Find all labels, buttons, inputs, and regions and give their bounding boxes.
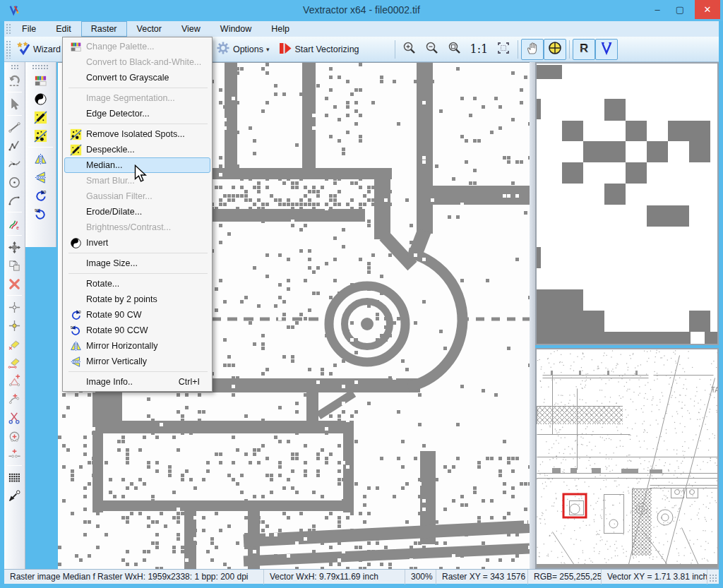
show-raster-button[interactable]: R — [573, 39, 595, 60]
svg-text:90: 90 — [70, 325, 74, 329]
menu-view[interactable]: View — [172, 21, 210, 37]
menu-item-edge-detector[interactable]: Edge Detector... — [64, 106, 210, 121]
eraser-line-button[interactable] — [4, 353, 25, 371]
title-bar[interactable]: Vextractor x64 - file0002.tif – ▢ ✕ — [0, 0, 723, 21]
delete-button[interactable] — [4, 275, 25, 293]
trace-button[interactable]: e — [4, 215, 25, 233]
menu-file[interactable]: File — [12, 21, 46, 37]
overview-panel[interactable]: TA — [535, 348, 719, 569]
spots-button[interactable] — [25, 126, 56, 145]
show-vector-button[interactable] — [595, 39, 618, 60]
menu-raster[interactable]: Raster — [81, 21, 127, 37]
zoom-in-button[interactable] — [398, 39, 421, 60]
zoom-out-button[interactable] — [421, 39, 443, 60]
node-target-button[interactable] — [4, 316, 25, 335]
menu-item-mirror-horizontally[interactable]: Mirror Horizontally — [64, 338, 210, 354]
menu-item-despeckle[interactable]: Despeckle... — [64, 142, 210, 157]
menu-item-convert-to-black-and-white[interactable]: Convert to Black-and-White... — [64, 54, 210, 70]
zoom-window-button[interactable] — [443, 39, 466, 60]
status-segment-4: RGB= 255,255,25 — [528, 570, 602, 584]
menu-item-rotate-by-2-points[interactable]: Rotate by 2 points — [64, 292, 210, 307]
raster-toolbar: 9090 — [25, 62, 56, 247]
menu-item-remove-isolated-spots[interactable]: Remove Isolated Spots... — [64, 126, 210, 142]
pick-button[interactable] — [4, 486, 25, 505]
menu-item-rotate-90-cw[interactable]: 90Rotate 90 CW — [64, 307, 210, 323]
start-vectorizing-button-label: Start Vectorizing — [295, 44, 359, 54]
menu-item-image-size[interactable]: Image Size... — [64, 256, 210, 271]
line-button[interactable] — [4, 118, 25, 136]
menu-item-erode-dilate[interactable]: Erode/Dilate... — [64, 204, 210, 220]
close-button[interactable]: ✕ — [695, 0, 720, 19]
menu-item-label: Rotate 90 CW — [86, 310, 142, 320]
pixel-zoom-panel[interactable] — [535, 62, 719, 345]
menu-item-shortcut: Ctrl+I — [179, 377, 210, 387]
rotate-cw-button[interactable]: 90 — [25, 186, 56, 205]
menu-item-label: Brightness/Contrast... — [86, 222, 171, 232]
minimize-button[interactable]: – — [647, 0, 668, 20]
add-arcpoint-button[interactable] — [4, 390, 25, 408]
menu-vector[interactable]: Vector — [127, 21, 172, 37]
toolbar-separator — [7, 115, 22, 116]
toolbar-separator — [7, 465, 22, 466]
status-segment-0: Raster image Median f Raster WxH: 1959x2… — [4, 570, 264, 584]
copy-button[interactable] — [4, 256, 25, 275]
despeckle-button[interactable] — [25, 108, 56, 126]
node-move-button[interactable] — [4, 298, 25, 316]
menu-separator — [68, 88, 208, 88]
toolbar-separator — [518, 40, 518, 59]
options-button[interactable]: Options▾ — [212, 39, 274, 60]
toolbar-grip — [32, 64, 49, 69]
circle-tool-button[interactable] — [4, 173, 25, 191]
menu-edit[interactable]: Edit — [46, 21, 81, 37]
menu-item-image-segmentation[interactable]: Image Segmentation... — [64, 90, 210, 106]
window-title: Vextractor x64 - file0002.tif — [0, 4, 723, 16]
hand-icon — [525, 41, 539, 57]
add-vertex-button[interactable] — [4, 371, 25, 390]
palette-button[interactable] — [25, 71, 56, 90]
menu-item-gaussian-filter[interactable]: Gaussian Filter... — [64, 188, 210, 204]
scissors-button[interactable] — [4, 408, 25, 426]
menu-item-label: Gaussian Filter... — [86, 191, 153, 201]
dropdown-caret-icon: ▾ — [266, 46, 270, 53]
start-icon — [278, 41, 292, 57]
toolbar-grip — [11, 64, 18, 69]
start-vectorizing-button[interactable]: Start Vectorizing — [274, 39, 364, 60]
menu-item-label: Erode/Dilate... — [86, 207, 142, 217]
menu-item-mirror-vertically[interactable]: Mirror Vertically — [64, 354, 210, 369]
menu-window[interactable]: Window — [210, 21, 261, 37]
eraser-x-button[interactable] — [4, 335, 25, 353]
join-button[interactable] — [4, 445, 25, 463]
pointer-button[interactable] — [4, 95, 25, 113]
menu-item-brightness-contrast[interactable]: Brightness/Contrast... — [64, 220, 210, 235]
center-view-button[interactable] — [544, 39, 566, 60]
panel-splitter[interactable] — [530, 62, 535, 569]
wizard-button[interactable]: Wizard — [12, 39, 65, 60]
svg-text:e: e — [16, 225, 19, 230]
menu-item-convert-to-grayscale[interactable]: Convert to Grayscale — [64, 70, 210, 85]
mirror-v-button[interactable] — [25, 168, 56, 186]
zoom-1-1-button[interactable]: 1:1 — [466, 39, 493, 60]
pan-hand-button[interactable] — [521, 39, 544, 60]
arc-tool-button[interactable] — [4, 191, 25, 210]
curve-button[interactable] — [4, 155, 25, 173]
zoom-fit-button[interactable] — [492, 39, 515, 60]
menu-item-rotate[interactable]: Rotate... — [64, 276, 210, 292]
invert-button[interactable] — [25, 90, 56, 108]
resize-grip[interactable] — [709, 574, 717, 582]
menu-item-label: Image Info.. — [86, 377, 133, 387]
maximize-button[interactable]: ▢ — [669, 0, 691, 20]
undo-button[interactable] — [4, 71, 25, 90]
menu-help[interactable]: Help — [261, 21, 299, 37]
rotate-ccw-button[interactable]: 90 — [25, 205, 56, 223]
polyline-button[interactable] — [4, 136, 25, 155]
menu-item-invert[interactable]: Invert — [64, 235, 210, 251]
zoom-pixel-cell — [537, 332, 691, 344]
move-button[interactable] — [4, 238, 25, 256]
menu-item-rotate-90-ccw[interactable]: 90Rotate 90 CCW — [64, 323, 210, 338]
menu-item-change-palette[interactable]: Change Palette... — [64, 39, 210, 54]
mirror-h-button[interactable] — [25, 150, 56, 168]
close-circle-button[interactable] — [4, 426, 25, 445]
mirror-h-icon — [65, 340, 86, 352]
grid-dots-button[interactable] — [4, 468, 25, 486]
menu-item-image-info[interactable]: Image Info..Ctrl+I — [64, 374, 210, 390]
